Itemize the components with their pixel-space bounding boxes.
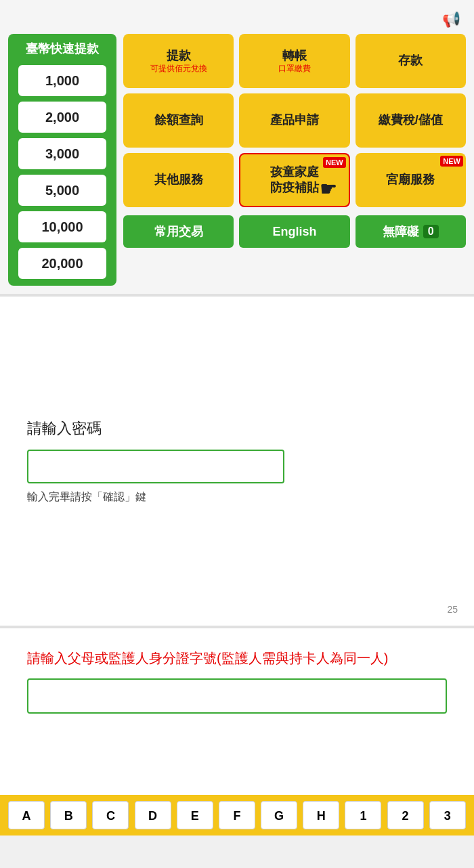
frequent-transactions-btn[interactable]: 常用交易: [123, 215, 234, 248]
key-C[interactable]: C: [92, 801, 129, 829]
password-input[interactable]: [27, 450, 284, 483]
quick-withdraw-panel: 臺幣快速提款 1,000 2,000 3,000 5,000 10,000 20…: [8, 34, 116, 286]
service-btn-deposit[interactable]: 存款: [356, 34, 466, 88]
bottom-nav: 常用交易 English 無障礙 0: [123, 215, 466, 248]
new-badge-temple: NEW: [440, 156, 463, 167]
key-F[interactable]: F: [219, 801, 255, 829]
page-number: 25: [447, 604, 458, 615]
key-E[interactable]: E: [177, 801, 213, 829]
speaker-icon: 📢: [442, 11, 460, 28]
service-btn-transfer[interactable]: 轉帳 口罩繳費: [239, 34, 349, 88]
password-screen: 請輸入密碼 輸入完畢請按「確認」鍵 25: [0, 294, 474, 626]
amount-btn-5000[interactable]: 5,000: [18, 175, 106, 206]
amount-btn-1000[interactable]: 1,000: [18, 65, 106, 96]
amount-btn-2000[interactable]: 2,000: [18, 102, 106, 133]
new-badge-child: NEW: [323, 157, 346, 168]
key-3[interactable]: 3: [429, 801, 466, 829]
service-btn-withdraw[interactable]: 提款 可提供佰元兌換: [123, 34, 234, 88]
service-btn-temple[interactable]: NEW 宮廟服務: [356, 153, 466, 207]
keyboard-row: A B C D E F G H 1 2 3: [0, 795, 474, 836]
right-panel: 提款 可提供佰元兌換 轉帳 口罩繳費 存款 餘額查詢 產品申請: [123, 34, 466, 286]
key-B[interactable]: B: [50, 801, 87, 829]
service-grid: 提款 可提供佰元兌換 轉帳 口罩繳費 存款 餘額查詢 產品申請: [123, 34, 466, 207]
key-1[interactable]: 1: [345, 801, 381, 829]
service-btn-product[interactable]: 產品申請: [239, 93, 349, 148]
password-hint: 輸入完畢請按「確認」鍵: [27, 490, 447, 504]
key-H[interactable]: H: [303, 801, 339, 829]
amount-btn-3000[interactable]: 3,000: [18, 138, 106, 169]
id-prompt: 請輸入父母或監護人身分證字號(監護人需與持卡人為同一人): [27, 649, 447, 668]
service-btn-childsubsidy[interactable]: NEW 孩童家庭防疫補貼 ☛: [239, 153, 349, 207]
top-bar: 📢: [8, 8, 466, 34]
key-D[interactable]: D: [135, 801, 171, 829]
service-btn-balance[interactable]: 餘額查詢: [123, 93, 234, 148]
amount-btn-20000[interactable]: 20,000: [18, 248, 106, 279]
quick-withdraw-title: 臺幣快速提款: [26, 41, 99, 57]
password-prompt: 請輸入密碼: [27, 418, 447, 439]
key-A[interactable]: A: [8, 801, 45, 829]
accessible-btn[interactable]: 無障礙 0: [356, 215, 466, 248]
key-2[interactable]: 2: [387, 801, 424, 829]
service-btn-payment[interactable]: 繳費稅/儲值: [356, 93, 466, 148]
service-btn-other[interactable]: 其他服務: [123, 153, 234, 207]
main-content: 臺幣快速提款 1,000 2,000 3,000 5,000 10,000 20…: [8, 34, 466, 286]
key-G[interactable]: G: [261, 801, 297, 829]
id-screen: 請輸入父母或監護人身分證字號(監護人需與持卡人為同一人): [0, 626, 474, 795]
id-input[interactable]: [27, 678, 447, 714]
cursor-icon: ☛: [320, 177, 337, 202]
amount-btn-10000[interactable]: 10,000: [18, 211, 106, 242]
english-btn[interactable]: English: [239, 215, 349, 248]
accessible-count: 0: [423, 225, 439, 238]
atm-panel: 📢 臺幣快速提款 1,000 2,000 3,000 5,000 10,000 …: [0, 0, 474, 294]
